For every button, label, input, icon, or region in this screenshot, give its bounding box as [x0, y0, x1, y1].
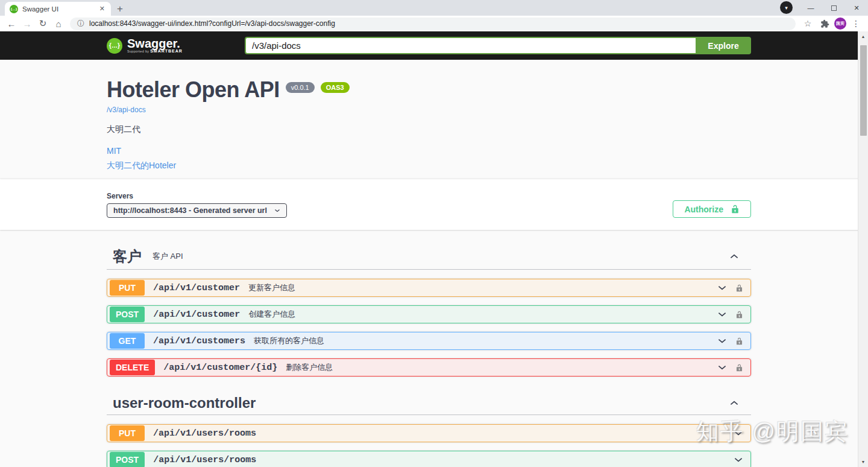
swagger-logo: {…} Swagger. Supported by SMARTBEAR — [107, 38, 183, 54]
tag-title: user-room-controller — [113, 395, 256, 411]
tab-close-icon[interactable]: ✕ — [98, 5, 106, 13]
method-badge: PUT — [110, 280, 145, 296]
swagger-favicon-icon: {…} — [10, 5, 18, 13]
operation-summary: 获取所有的客户信息 — [254, 335, 324, 346]
bookmark-star-icon[interactable]: ☆ — [800, 19, 815, 28]
tab-title: Swagger UI — [22, 5, 94, 13]
scrollbar-thumb[interactable] — [860, 45, 867, 136]
scroll-down-icon[interactable]: ▼ — [858, 457, 868, 467]
browser-tab-swagger-ui[interactable]: {…} Swagger UI ✕ — [5, 2, 111, 16]
servers-block: Servers http://localhost:8443 - Generate… — [107, 192, 287, 218]
operation-row[interactable]: POST /api/v1/users/rooms — [107, 451, 751, 467]
chevron-up-icon[interactable] — [729, 252, 739, 261]
tag-header-customer[interactable]: 客户 客户 API — [107, 246, 751, 270]
home-icon[interactable]: ⌂ — [52, 19, 65, 29]
chevron-down-icon[interactable] — [717, 336, 727, 346]
external-docs-link[interactable]: 大明二代的Hoteler — [107, 160, 176, 171]
lock-icon[interactable] — [735, 363, 743, 372]
api-info-section: Hoteler Open API v0.0.1 OAS3 /v3/api-doc… — [107, 60, 751, 179]
server-select[interactable]: http://localhost:8443 - Generated server… — [107, 203, 287, 218]
browser-menu-icon[interactable]: ⋮ — [849, 19, 863, 28]
operation-row[interactable]: GET /api/v1/customers 获取所有的客户信息 — [107, 332, 751, 350]
zhihu-watermark: 知乎 @明国宾 — [696, 416, 849, 447]
operation-path: /api/v1/customers — [153, 336, 245, 346]
spec-link[interactable]: /v3/api-docs — [107, 106, 146, 114]
tag-section-user-room-controller: user-room-controller PUT /api/v1/users/r… — [107, 393, 751, 467]
authorize-button[interactable]: Authorize — [673, 200, 751, 218]
tag-title: 客户 — [113, 247, 142, 266]
operation-summary: 更新客户信息 — [248, 282, 295, 293]
swagger-page: Hoteler Open API v0.0.1 OAS3 /v3/api-doc… — [0, 60, 868, 467]
restore-icon — [831, 5, 837, 11]
version-badge: v0.0.1 — [286, 82, 315, 93]
chevron-down-icon[interactable] — [717, 283, 727, 293]
unlock-icon — [731, 205, 740, 214]
swagger-logo-icon: {…} — [107, 38, 122, 54]
chevron-down-icon[interactable] — [734, 455, 743, 465]
operation-path: /api/v1/users/rooms — [153, 455, 256, 465]
method-badge: POST — [110, 452, 145, 467]
api-description: 大明二代 — [107, 124, 751, 135]
license-link[interactable]: MIT — [107, 146, 121, 156]
browser-tab-strip: {…} Swagger UI ✕ + ▾ — ✕ — [0, 0, 868, 16]
chevron-down-icon[interactable] — [717, 363, 727, 372]
new-tab-button[interactable]: + — [117, 5, 123, 13]
operation-summary: 删除客户信息 — [286, 362, 333, 373]
operation-row[interactable]: DELETE /api/v1/customer/{id} 删除客户信息 — [107, 358, 751, 376]
close-button[interactable]: ✕ — [845, 0, 868, 16]
operation-row[interactable]: POST /api/v1/customer 创建客户信息 — [107, 305, 751, 323]
operation-row[interactable]: PUT /api/v1/users/rooms — [107, 424, 751, 442]
chevron-down-icon[interactable] — [717, 310, 727, 319]
swagger-topbar: {…} Swagger. Supported by SMARTBEAR Expl… — [0, 31, 868, 60]
swagger-logo-text: Swagger. — [127, 38, 183, 49]
page-info-icon[interactable]: ⓘ — [77, 19, 84, 29]
method-badge: PUT — [110, 425, 145, 441]
operation-path: /api/v1/customer/{id} — [163, 363, 277, 373]
url-text: localhost:8443/swagger-ui/index.html?con… — [89, 19, 335, 28]
tag-section-customer: 客户 客户 API PUT /api/v1/customer 更新客户信息 PO… — [107, 246, 751, 376]
chevron-up-icon[interactable] — [729, 398, 739, 408]
spec-url-input[interactable] — [245, 37, 696, 54]
operation-path: /api/v1/customer — [153, 310, 240, 320]
browser-profile-avatar[interactable]: 国宾 — [834, 17, 846, 30]
oas3-badge: OAS3 — [321, 82, 350, 93]
operation-path: /api/v1/customer — [153, 283, 240, 293]
operation-summary: 创建客户信息 — [248, 309, 295, 320]
browser-address-bar: ← → ↻ ⌂ ⓘ localhost:8443/swagger-ui/inde… — [0, 16, 868, 31]
chevron-down-icon — [274, 208, 280, 214]
scheme-container: Servers http://localhost:8443 - Generate… — [0, 179, 868, 230]
forward-icon: → — [20, 19, 34, 29]
operations-area: 客户 客户 API PUT /api/v1/customer 更新客户信息 PO… — [107, 230, 751, 467]
operation-path: /api/v1/users/rooms — [153, 428, 256, 439]
reload-icon[interactable]: ↻ — [36, 18, 49, 29]
tag-subtitle: 客户 API — [153, 251, 183, 262]
lock-icon[interactable] — [735, 284, 743, 293]
url-input[interactable]: ⓘ localhost:8443/swagger-ui/index.html?c… — [70, 17, 796, 30]
page-scrollbar[interactable]: ▲ ▼ — [858, 31, 868, 467]
back-icon[interactable]: ← — [5, 19, 18, 29]
restore-button[interactable] — [822, 0, 845, 16]
minimize-button[interactable]: — — [799, 0, 822, 16]
server-select-value: http://localhost:8443 - Generated server… — [113, 206, 267, 215]
explore-button[interactable]: Explore — [696, 37, 751, 54]
tag-header-user-room-controller[interactable]: user-room-controller — [107, 393, 751, 415]
method-badge: GET — [110, 333, 145, 349]
lock-icon[interactable] — [735, 337, 743, 346]
page-title: Hoteler Open API — [107, 78, 280, 102]
swagger-logo-subtext: Supported by SMARTBEAR — [127, 49, 183, 53]
method-badge: POST — [110, 307, 145, 322]
operation-row[interactable]: PUT /api/v1/customer 更新客户信息 — [107, 279, 751, 297]
scroll-up-icon[interactable]: ▲ — [858, 31, 868, 42]
lock-icon[interactable] — [735, 310, 743, 319]
window-controls: — ✕ — [799, 0, 868, 16]
media-controls-icon[interactable]: ▾ — [780, 1, 793, 14]
extensions-puzzle-icon[interactable] — [817, 19, 832, 28]
method-badge: DELETE — [110, 360, 155, 375]
servers-label: Servers — [107, 192, 287, 200]
